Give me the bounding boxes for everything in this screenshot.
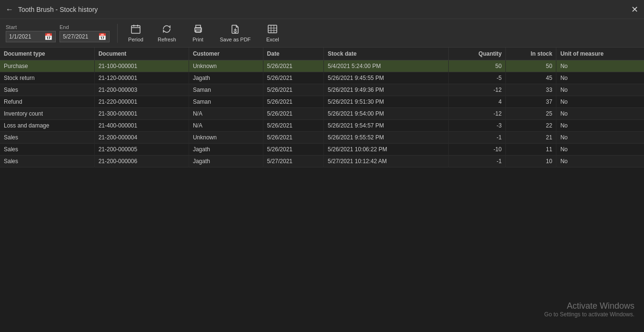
cell-document: 21-200-000005 [94, 144, 189, 156]
cell-document: 21-200-000006 [94, 156, 189, 167]
cell-date: 5/27/2021 [263, 156, 323, 167]
cell-document: 21-400-000001 [94, 120, 189, 132]
window-title: Tooth Brush - Stock history [18, 6, 98, 13]
cell-uom: No [556, 120, 644, 132]
cell-date: 5/26/2021 [263, 60, 323, 72]
cell-customer: Jagath [189, 144, 263, 156]
end-date-wrapper: End 📅 [60, 24, 110, 42]
refresh-label: Refresh [158, 37, 176, 42]
cell-uom: No [556, 84, 644, 96]
table-row[interactable]: Sales 21-200-000006 Jagath 5/27/2021 5/2… [0, 156, 644, 167]
cell-customer: Saman [189, 96, 263, 108]
excel-button[interactable]: Excel [258, 22, 287, 44]
col-header-quantity: Quantity [448, 48, 505, 60]
cell-quantity: -5 [448, 72, 505, 84]
table-row[interactable]: Inventory count 21-300-000001 N/A 5/26/2… [0, 108, 644, 120]
cell-customer: N/A [189, 108, 263, 120]
start-calendar-icon[interactable]: 📅 [44, 33, 52, 40]
cell-stock-date: 5/26/2021 9:55:52 PM [324, 132, 449, 144]
cell-in-stock: 33 [506, 84, 556, 96]
period-label: Period [128, 37, 143, 42]
end-date-field[interactable] [63, 33, 96, 40]
cell-stock-date: 5/26/2021 9:54:00 PM [324, 108, 449, 120]
toolbar-separator-1 [117, 24, 118, 43]
start-date-wrapper: Start 📅 [6, 24, 56, 42]
period-icon [131, 24, 141, 36]
table-row[interactable]: Sales 21-200-000004 Unknown 5/26/2021 5/… [0, 132, 644, 144]
cell-customer: Unknown [189, 132, 263, 144]
col-header-stock-date: Stock date [324, 48, 449, 60]
cell-stock-date: 5/4/2021 5:24:00 PM [324, 60, 449, 72]
excel-icon [267, 24, 278, 36]
print-icon [193, 24, 203, 36]
cell-stock-date: 5/26/2021 10:06:22 PM [324, 144, 449, 156]
excel-label: Excel [266, 37, 279, 42]
cell-customer: Saman [189, 84, 263, 96]
cell-doc-type: Stock return [0, 72, 94, 84]
end-date-input[interactable]: 📅 [60, 31, 110, 42]
cell-uom: No [556, 96, 644, 108]
table-row[interactable]: Loss and damage 21-400-000001 N/A 5/26/2… [0, 120, 644, 132]
cell-doc-type: Sales [0, 132, 94, 144]
cell-uom: No [556, 156, 644, 167]
close-button[interactable]: ✕ [631, 5, 638, 14]
cell-quantity: -12 [448, 108, 505, 120]
save-as-pdf-button[interactable]: Save as PDF [214, 22, 257, 44]
col-header-doc-type: Document type [0, 48, 94, 60]
date-range-group: Start 📅 End 📅 [6, 24, 110, 42]
cell-doc-type: Sales [0, 84, 94, 96]
cell-doc-type: Loss and damage [0, 120, 94, 132]
cell-date: 5/26/2021 [263, 132, 323, 144]
cell-date: 5/26/2021 [263, 72, 323, 84]
cell-document: 21-200-000004 [94, 132, 189, 144]
refresh-button[interactable]: Refresh [152, 22, 182, 44]
cell-in-stock: 50 [506, 60, 556, 72]
cell-document: 21-220-000001 [94, 96, 189, 108]
period-button[interactable]: Period [121, 22, 150, 44]
cell-doc-type: Inventory count [0, 108, 94, 120]
table-row[interactable]: Refund 21-220-000001 Saman 5/26/2021 5/2… [0, 96, 644, 108]
svg-rect-0 [131, 26, 140, 33]
print-label: Print [192, 37, 203, 42]
cell-customer: Jagath [189, 156, 263, 167]
start-label: Start [6, 24, 56, 30]
table-row[interactable]: Purchase 21-100-000001 Unknown 5/26/2021… [0, 60, 644, 72]
cell-stock-date: 5/27/2021 10:12:42 AM [324, 156, 449, 167]
cell-quantity: 4 [448, 96, 505, 108]
col-header-uom: Unit of measure [556, 48, 644, 60]
cell-in-stock: 45 [506, 72, 556, 84]
cell-quantity: -1 [448, 132, 505, 144]
cell-date: 5/26/2021 [263, 120, 323, 132]
svg-point-7 [201, 29, 201, 29]
title-bar: ← Tooth Brush - Stock history ✕ [0, 0, 644, 19]
cell-stock-date: 5/26/2021 9:51:30 PM [324, 96, 449, 108]
end-calendar-icon[interactable]: 📅 [98, 33, 106, 40]
cell-date: 5/26/2021 [263, 144, 323, 156]
col-header-customer: Customer [189, 48, 263, 60]
cell-date: 5/26/2021 [263, 108, 323, 120]
cell-uom: No [556, 108, 644, 120]
cell-quantity: -1 [448, 156, 505, 167]
cell-uom: No [556, 60, 644, 72]
start-date-input[interactable]: 📅 [6, 31, 56, 42]
back-button[interactable]: ← [6, 5, 13, 14]
cell-doc-type: Refund [0, 96, 94, 108]
col-header-date: Date [263, 48, 323, 60]
start-date-field[interactable] [9, 33, 42, 40]
cell-in-stock: 11 [506, 144, 556, 156]
print-button[interactable]: Print [184, 22, 212, 44]
cell-document: 21-120-000001 [94, 72, 189, 84]
cell-uom: No [556, 132, 644, 144]
cell-doc-type: Sales [0, 156, 94, 167]
refresh-icon [161, 24, 172, 36]
cell-customer: Unknown [189, 60, 263, 72]
cell-in-stock: 10 [506, 156, 556, 167]
cell-in-stock: 25 [506, 108, 556, 120]
col-header-in-stock: In stock [506, 48, 556, 60]
col-header-document: Document [94, 48, 189, 60]
cell-document: 21-300-000001 [94, 108, 189, 120]
table-row[interactable]: Sales 21-200-000005 Jagath 5/26/2021 5/2… [0, 144, 644, 156]
table-row[interactable]: Stock return 21-120-000001 Jagath 5/26/2… [0, 72, 644, 84]
table-row[interactable]: Sales 21-200-000003 Saman 5/26/2021 5/26… [0, 84, 644, 96]
end-label: End [60, 24, 110, 30]
